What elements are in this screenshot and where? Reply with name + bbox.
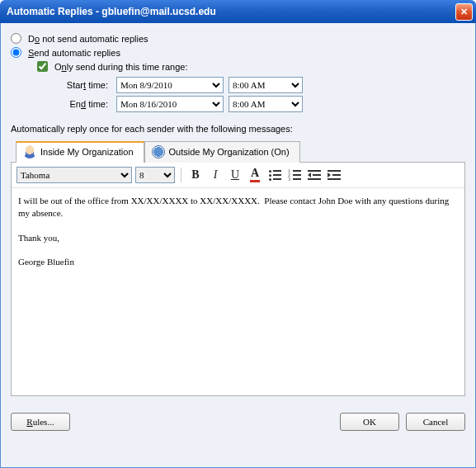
tab-outside-label: Outside My Organization (On) — [169, 147, 290, 157]
editor: Tahoma 8 B I U A 1 — [11, 162, 465, 396]
auto-reply-label: Automatically reply once for each sender… — [11, 124, 465, 134]
ok-button[interactable]: OK — [340, 413, 399, 431]
outdent-icon — [308, 169, 321, 181]
outdent-button[interactable] — [306, 167, 323, 183]
checkbox-time-range-label: Only send during this time range: — [54, 62, 187, 72]
person-icon — [23, 145, 36, 158]
rules-button[interactable]: Rules... — [11, 413, 70, 431]
bullet-list-button[interactable] — [266, 167, 283, 183]
italic-button[interactable]: I — [207, 167, 224, 183]
checkbox-time-range-input[interactable] — [37, 61, 48, 72]
font-size-select[interactable]: 8 — [135, 167, 175, 183]
globe-icon — [152, 145, 165, 158]
start-date-select[interactable]: Mon 8/9/2010 — [116, 77, 224, 93]
tab-inside-org[interactable]: Inside My Organization — [16, 141, 144, 163]
close-icon: ✕ — [460, 7, 468, 17]
font-family-select[interactable]: Tahoma — [16, 167, 132, 183]
titlebar: Automatic Replies - gbluefin@mail.ucsd.e… — [0, 0, 476, 23]
radio-do-not-send[interactable]: Do not send automatic replies — [11, 33, 465, 44]
radio-do-not-send-input[interactable] — [11, 33, 21, 44]
end-time-row: End time: Mon 8/16/2010 8:00 AM — [50, 96, 465, 112]
cancel-button[interactable]: Cancel — [406, 413, 465, 431]
radio-do-not-send-label: Do not send automatic replies — [28, 34, 148, 44]
start-time-select[interactable]: 8:00 AM — [229, 77, 303, 93]
end-time-select[interactable]: 8:00 AM — [229, 96, 303, 112]
underline-button[interactable]: U — [227, 167, 243, 183]
bold-button[interactable]: B — [187, 167, 204, 183]
message-body[interactable] — [12, 187, 464, 395]
radio-send[interactable]: Send automatic replies — [11, 47, 465, 58]
end-date-select[interactable]: Mon 8/16/2010 — [116, 96, 224, 112]
radio-send-input[interactable] — [11, 47, 21, 58]
editor-toolbar: Tahoma 8 B I U A 1 — [12, 163, 464, 187]
checkbox-time-range[interactable]: Only send during this time range: — [37, 61, 465, 72]
end-time-label: End time: — [50, 99, 108, 109]
indent-button[interactable] — [326, 167, 342, 183]
start-time-label: Start time: — [50, 80, 108, 90]
tab-strip: Inside My Organization Outside My Organi… — [16, 140, 465, 162]
tab-inside-label: Inside My Organization — [40, 147, 134, 157]
button-row: Rules... OK Cancel — [11, 413, 465, 431]
window-close-button[interactable]: ✕ — [455, 3, 473, 21]
toolbar-separator — [181, 168, 181, 182]
tab-outside-org[interactable]: Outside My Organization (On) — [144, 141, 300, 163]
number-list-button[interactable]: 1 2 3 — [286, 167, 303, 183]
font-color-button[interactable]: A — [247, 167, 263, 183]
number-list-icon: 1 2 3 — [288, 169, 301, 181]
start-time-row: Start time: Mon 8/9/2010 8:00 AM — [50, 77, 465, 93]
radio-send-label: Send automatic replies — [28, 48, 120, 58]
indent-icon — [328, 169, 341, 181]
content-area: Do not send automatic replies Send autom… — [0, 23, 476, 468]
bullet-list-icon — [268, 169, 281, 181]
window-title: Automatic Replies - gbluefin@mail.ucsd.e… — [7, 6, 216, 17]
